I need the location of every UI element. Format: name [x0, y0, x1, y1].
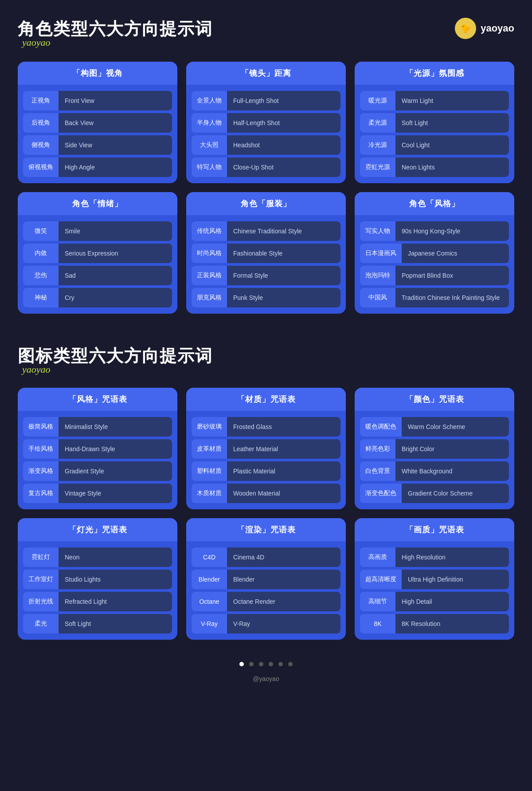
card-row: 传统风格 Chinese Traditional Style: [192, 221, 340, 241]
card-row-right: Frosted Glass: [227, 417, 340, 437]
card-row-right: Front View: [59, 91, 172, 110]
card-row-right: Ultra High Definition: [402, 570, 509, 589]
card-row: 神秘 Cry: [23, 288, 172, 307]
card-row-left: 柔光源: [360, 113, 395, 133]
card-row-right: Gradient Color Scheme: [402, 484, 509, 503]
card-row-left: 微笑: [23, 221, 59, 241]
card-row-left: 内敛: [23, 244, 59, 263]
card-row-left: Blender: [192, 570, 227, 589]
card-row-left: 后视角: [23, 113, 59, 133]
card-row: 白色背景 White Background: [360, 461, 509, 481]
card-row-right: Side View: [59, 135, 172, 155]
card-row: 高细节 High Detail: [360, 592, 509, 611]
card-row: 后视角 Back View: [23, 113, 172, 133]
card-row-right: Japanese Comics: [402, 244, 509, 263]
card-row-left: 鲜亮色彩: [360, 439, 395, 459]
nav-dot-3[interactable]: [269, 662, 273, 666]
card-row-left: 霓虹灯: [23, 547, 59, 567]
card-row-right: High Angle: [59, 157, 172, 177]
section2-subtitle: yaoyao: [22, 364, 514, 375]
card-row: 极简风格 Minimalist Style: [23, 417, 172, 437]
card-emotion: 角色「情绪」 微笑 Smile 内敛 Serious Expression 悲伤…: [18, 192, 177, 314]
card-header-icon-style: 「风格」咒语表: [18, 388, 177, 411]
card-row-left: 高画质: [360, 547, 395, 567]
card-row-right: Hand-Drawn Style: [59, 439, 172, 459]
nav-dot-4[interactable]: [278, 662, 283, 666]
card-row: 高画质 High Resolution: [360, 547, 509, 567]
card-row: 泡泡玛特 Popmart Blind Box: [360, 266, 509, 285]
card-row: 折射光线 Refracted Light: [23, 592, 172, 611]
card-row-left: 皮革材质: [192, 439, 227, 459]
card-row-left: 极简风格: [23, 417, 59, 437]
card-body-style: 写实人物 90s Hong Kong-Style 日本漫画风 Japanese …: [355, 215, 514, 314]
card-row-left: 全景人物: [192, 91, 227, 110]
card-row-left: 霓虹光源: [360, 157, 395, 177]
card-row-right: Leather Material: [227, 439, 340, 459]
card-row-right: Fashionable Style: [227, 244, 340, 263]
card-row: 柔光源 Soft Light: [360, 113, 509, 133]
card-row: 微笑 Smile: [23, 221, 172, 241]
nav-dot-2[interactable]: [259, 662, 263, 666]
card-row-left: 暖光源: [360, 91, 395, 110]
card-row-left: 渐变色配色: [360, 484, 402, 503]
card-row: 正装风格 Formal Style: [192, 266, 340, 285]
card-row-left: 神秘: [23, 288, 59, 307]
card-clothing: 角色「服装」 传统风格 Chinese Traditional Style 时尚…: [186, 192, 346, 314]
card-row-left: 塑料材质: [192, 461, 227, 481]
card-row-left: 柔光: [23, 614, 59, 634]
card-lens: 「镜头」距离 全景人物 Full-Length Shot 半身人物 Half-L…: [186, 62, 346, 183]
card-body-icon-color: 暖色调配色 Warm Color Scheme 鲜亮色彩 Bright Colo…: [355, 411, 514, 509]
card-row-left: 传统风格: [192, 221, 227, 241]
card-row-right: Minimalist Style: [59, 417, 172, 437]
card-row-right: Bright Color: [395, 439, 509, 459]
card-row-right: Formal Style: [227, 266, 340, 285]
card-row-left: 正装风格: [192, 266, 227, 285]
card-row: 特写人物 Close-Up Shot: [192, 157, 340, 177]
card-header-icon-quality: 「画质」咒语表: [355, 518, 514, 541]
card-row: 手绘风格 Hand-Drawn Style: [23, 439, 172, 459]
nav-dot-0[interactable]: [239, 662, 244, 666]
card-row: 正视角 Front View: [23, 91, 172, 110]
card-row: 时尚风格 Fashionable Style: [192, 244, 340, 263]
card-row: 俯视视角 High Angle: [23, 157, 172, 177]
card-row-left: 朋克风格: [192, 288, 227, 307]
card-header-lens: 「镜头」距离: [186, 62, 346, 85]
card-row-right: Gradient Style: [59, 461, 172, 481]
card-row: 复古风格 Vintage Style: [23, 484, 172, 503]
card-body-lens: 全景人物 Full-Length Shot 半身人物 Half-Length S…: [186, 85, 346, 183]
card-row-right: Warm Color Scheme: [402, 417, 509, 437]
card-row-left: 超高清晰度: [360, 570, 402, 589]
card-row-right: Wooden Material: [227, 484, 340, 503]
card-header-icon-color: 「颜色」咒语表: [355, 388, 514, 411]
card-body-icon-render: C4D Cinema 4D Blender Blender Octane Oct…: [186, 541, 346, 640]
card-body-emotion: 微笑 Smile 内敛 Serious Expression 悲伤 Sad 神秘…: [18, 215, 177, 314]
card-row-left: 复古风格: [23, 484, 59, 503]
card-row-right: Octane Render: [227, 592, 340, 611]
card-row-left: 工作室灯: [23, 570, 59, 589]
card-row: 8K 8K Resolution: [360, 614, 509, 634]
card-row: 悲伤 Sad: [23, 266, 172, 285]
card-row-right: High Detail: [395, 592, 509, 611]
card-row-right: Soft Light: [59, 614, 172, 634]
card-row: 日本漫画风 Japanese Comics: [360, 244, 509, 263]
card-row-left: 写实人物: [360, 221, 395, 241]
card-row-left: 俯视视角: [23, 157, 59, 177]
card-row: 渐变风格 Gradient Style: [23, 461, 172, 481]
card-row-left: 磨砂玻璃: [192, 417, 227, 437]
card-row-left: 中国风: [360, 288, 395, 307]
card-row: 冷光源 Cool Light: [360, 135, 509, 155]
card-row: 木质材质 Wooden Material: [192, 484, 340, 503]
card-row-right: White Background: [395, 461, 509, 481]
section2-title-area: 图标类型六大方向提示词 yaoyao: [18, 345, 514, 375]
nav-dot-1[interactable]: [249, 662, 254, 666]
card-row: 鲜亮色彩 Bright Color: [360, 439, 509, 459]
card-body-icon-style: 极简风格 Minimalist Style 手绘风格 Hand-Drawn St…: [18, 411, 177, 509]
card-row-left: 手绘风格: [23, 439, 59, 459]
card-row-right: Punk Style: [227, 288, 340, 307]
card-row-right: High Resolution: [395, 547, 509, 567]
card-row-right: Smile: [59, 221, 172, 241]
card-row-right: Blender: [227, 570, 340, 589]
card-row: 暖光源 Warm Light: [360, 91, 509, 110]
nav-dot-5[interactable]: [288, 662, 293, 666]
card-row-left: 悲伤: [23, 266, 59, 285]
